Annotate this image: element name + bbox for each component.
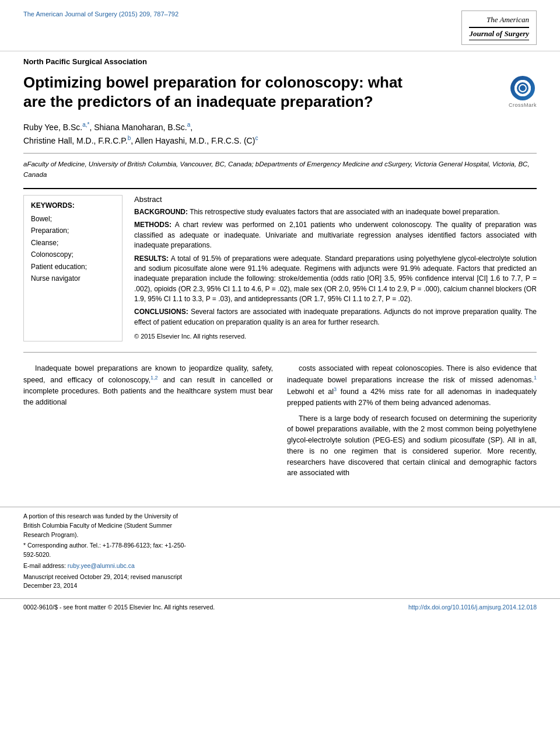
methods-text: A chart review was performed on 2,101 pa…: [134, 221, 537, 249]
authors: Ruby Yee, B.Sc.a,*, Shiana Manoharan, B.…: [23, 120, 537, 147]
body-para-3: There is a large body of research focuse…: [287, 413, 537, 479]
copyright-line: © 2015 Elsevier Inc. All rights reserved…: [134, 332, 537, 341]
author4-name: , Allen Hayashi, M.D., F.R.C.S. (C): [131, 136, 255, 145]
abstract-section: Abstract BACKGROUND: This retrospective …: [134, 195, 537, 341]
results-text: A total of 91.5% of preparations were ad…: [134, 255, 537, 304]
conclusions-text: Several factors are associated with inad…: [134, 308, 537, 326]
article-title: Optimizing bowel preparation for colonos…: [23, 73, 420, 111]
logo-line2: Journal of Surgery: [469, 29, 529, 39]
svg-point-1: [519, 85, 526, 92]
footnotes: A portion of this research was funded by…: [23, 512, 187, 592]
keywords-list: Bowel; Preparation; Cleanse; Colonoscopy…: [31, 213, 115, 284]
issn-text: 0002-9610/$ - see front matter © 2015 El…: [23, 604, 215, 611]
ref-1: 1,2: [150, 375, 158, 381]
bottom-bar: 0002-9610/$ - see front matter © 2015 El…: [0, 598, 560, 615]
author1-sup: a,*: [82, 121, 89, 128]
crossmark-badge: CrossMark: [509, 76, 537, 108]
keywords-title: KEYWORDS:: [31, 201, 115, 210]
methods-label: METHODS:: [134, 221, 172, 229]
footnote-email: E-mail address: ruby.yee@alumni.ubc.ca: [23, 562, 187, 571]
abstract-results: RESULTS: A total of 91.5% of preparation…: [134, 254, 537, 305]
body-col-left: Inadequate bowel preparations are known …: [23, 363, 273, 483]
keyword-6: Nurse navigator: [31, 273, 115, 284]
footnote-1: A portion of this research was funded by…: [23, 512, 187, 539]
keyword-5: Patient education;: [31, 261, 115, 273]
keyword-3: Cleanse;: [31, 237, 115, 249]
top-header: The American Journal of Surgery (2015) 2…: [0, 0, 560, 51]
article-title-section: Optimizing bowel preparation for colonos…: [23, 73, 537, 111]
keywords-box: KEYWORDS: Bowel; Preparation; Cleanse; C…: [23, 195, 123, 341]
abstract-background: BACKGROUND: This retrospective study eva…: [134, 207, 537, 217]
author4-sup: c: [255, 135, 258, 141]
keyword-1: Bowel;: [31, 213, 115, 225]
keyword-4: Colonoscopy;: [31, 249, 115, 260]
body-para-2: costs associated with repeat colonoscopi…: [287, 363, 537, 408]
main-content: North Pacific Surgical Association Optim…: [0, 51, 560, 495]
logo-line1: The American: [469, 15, 529, 25]
abstract-methods: METHODS: A chart review was performed on…: [134, 220, 537, 250]
background-label: BACKGROUND:: [134, 208, 188, 216]
body-col-right: costs associated with repeat colonoscopi…: [287, 363, 537, 483]
affiliations: aFaculty of Medicine, University of Brit…: [23, 159, 537, 180]
keyword-2: Preparation;: [31, 225, 115, 236]
author2-name: , Shiana Manoharan, B.Sc.: [89, 123, 187, 132]
svg-point-0: [515, 81, 530, 96]
footer-section: A portion of this research was funded by…: [0, 507, 560, 592]
abstract-title: Abstract: [134, 195, 537, 204]
page-wrapper: The American Journal of Surgery (2015) 2…: [0, 0, 560, 753]
footnote-2: * Corresponding author. Tel.: +1-778-896…: [23, 541, 187, 560]
ref-2: 1: [534, 375, 537, 381]
crossmark-label: CrossMark: [509, 102, 537, 108]
body-columns: Inadequate bowel preparations are known …: [23, 363, 537, 483]
doi-link[interactable]: http://dx.doi.org/10.1016/j.amjsurg.2014…: [408, 604, 537, 611]
association-name: North Pacific Surgical Association: [23, 57, 537, 66]
journal-reference: The American Journal of Surgery (2015) 2…: [23, 11, 178, 18]
results-label: RESULTS:: [134, 255, 169, 263]
abstract-text: BACKGROUND: This retrospective study eva…: [134, 207, 537, 341]
background-text: This retrospective study evaluates facto…: [190, 208, 500, 216]
author3-name: Christine Hall, M.D., F.R.C.P.: [23, 136, 128, 145]
ref-3: 3: [334, 386, 337, 392]
conclusions-label: CONCLUSIONS:: [134, 308, 188, 316]
crossmark-circle: [510, 76, 535, 100]
abstract-conclusions: CONCLUSIONS: Several factors are associa…: [134, 307, 537, 327]
author1-name: Ruby Yee, B.Sc.: [23, 123, 82, 132]
body-para-1: Inadequate bowel preparations are known …: [23, 363, 273, 407]
keywords-abstract: KEYWORDS: Bowel; Preparation; Cleanse; C…: [23, 195, 537, 341]
author2-sup: a: [187, 121, 191, 128]
email-link[interactable]: ruby.yee@alumni.ubc.ca: [68, 562, 135, 569]
footnote-manuscript: Manuscript received October 29, 2014; re…: [23, 573, 187, 591]
journal-logo: The American Journal of Surgery: [461, 11, 537, 45]
